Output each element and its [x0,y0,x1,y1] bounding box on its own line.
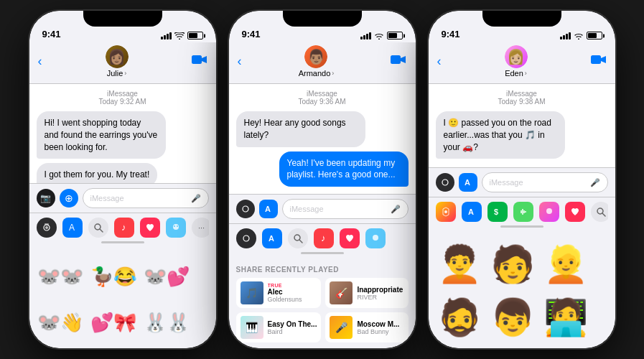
share-panel-1: SHARE RECENTLY PLAYED 🎵 true Alec Golden… [229,260,416,348]
svg-point-9 [174,225,175,227]
sticker-wave[interactable]: 🐭👋 [35,301,85,344]
music-item-2[interactable]: 🎸 Inappropriate RIVER [325,278,408,308]
camera-icon-3[interactable] [436,173,454,192]
status-time-2: 9:41 [242,29,261,39]
imessage-input-1[interactable]: iMessage 🎤 [83,188,209,208]
music-art-item-4: 🎤 [330,316,353,339]
camera-icon-2[interactable] [236,200,255,218]
app-icons-row-1: A ♪ ··· [37,218,209,238]
chat-header-2: ‹ 👨🏽 Armando › [229,42,416,84]
app-drawer-1: A ♪ ··· [29,213,216,249]
battery-icon-2 [387,32,403,39]
appstore-icon-1[interactable]: ⊕ [60,189,78,208]
camera-icon-1[interactable]: 📷 [37,189,55,208]
sticker-mickey-minnie[interactable]: 🐭🐭 [35,255,85,298]
memoji-1[interactable]: 🧑‍🦱 [434,239,485,289]
svg-point-21 [442,180,448,185]
svg-point-32 [546,208,552,214]
camera-app-2[interactable] [236,228,256,248]
music-info-item-3: Easy On The... Baird [268,320,317,335]
phone-3: 9:41 ‹ [429,11,615,348]
status-icons-3 [560,32,602,39]
svg-line-34 [602,213,605,216]
video-button-2[interactable] [391,54,406,69]
contact-info-3[interactable]: 👩🏼 Eden › [505,45,528,78]
input-area-3: A iMessage 🎤 [429,167,615,197]
music-art-item-1: 🎵 [241,281,263,304]
appstore-icon-3[interactable]: A [459,173,477,192]
svg-line-6 [100,229,103,232]
memoji-4[interactable]: 🧔 [434,292,485,342]
memoji-app-icon-1[interactable] [166,218,186,238]
message-bubble-5: I 🙂 passed you on the road earlier...was… [436,111,565,159]
memoji-app-3[interactable] [539,202,559,222]
input-area-2: A iMessage 🎤 [229,194,416,223]
video-button-3[interactable] [591,54,607,69]
music-app-2[interactable]: ♪ [314,228,334,248]
appstore-app-2[interactable]: A [262,228,282,248]
music-item-1[interactable]: 🎵 true Alec Goldensuns [236,278,322,308]
search-app-icon-1[interactable] [88,218,108,238]
music-item-3[interactable]: 🎹 Easy On The... Baird [236,312,322,342]
svg-text:A: A [269,234,274,243]
imessage-input-3[interactable]: iMessage 🎤 [482,172,608,192]
video-button-1[interactable] [192,54,207,69]
memoji-app-2[interactable] [365,228,386,248]
back-button-1[interactable]: ‹ [38,54,42,69]
appstore-app-3[interactable]: A [462,202,482,222]
memoji-5[interactable]: 👦 [487,292,538,342]
music-grid-1: 🎵 true Alec Goldensuns 🎸 Inappropriate R… [236,278,409,342]
imessage-input-2[interactable]: iMessage 🎤 [282,199,409,219]
camera-app-icon-1[interactable] [37,218,57,238]
wifi-icon-2 [374,32,384,39]
contact-info-1[interactable]: 👩🏽 Julie › [106,45,129,78]
phone-2: 9:41 ‹ [229,11,416,348]
svg-point-12 [243,206,248,212]
imessage-label-1: iMessage Today 9:32 AM [37,90,209,106]
cash-app-3[interactable]: $ [487,202,508,222]
back-button-2[interactable]: ‹ [238,54,242,69]
heart-app-2[interactable] [340,228,360,248]
messages-area-2: iMessage Today 9:36 AM Hey! Hear any goo… [229,84,416,194]
heart-app-icon-1[interactable] [140,218,160,238]
app-icons-row-2: A ♪ [236,228,409,248]
message-bubble-2: I got them for you. My treat! [37,163,158,183]
heart-app-3[interactable] [565,202,585,222]
photos-app-3[interactable] [436,202,456,222]
memoji-3[interactable]: 👱 [541,239,591,289]
svg-text:♪: ♪ [121,223,126,233]
battery-icon-1 [187,32,203,39]
sticker-donald[interactable]: 🦆😂 [88,255,139,298]
music-item-4[interactable]: 🎤 Moscow M... Bad Bunny [325,312,408,342]
sticker-bff2[interactable]: 🐰🐰 [141,301,192,344]
contact-info-2[interactable]: 👨🏽 Armando › [299,45,335,78]
imessage-label-2: iMessage Today 9:36 AM [236,90,409,106]
share-title-1: SHARE RECENTLY PLAYED [236,266,409,274]
svg-point-19 [373,235,378,241]
waveform-app-3[interactable] [513,202,533,222]
svg-line-17 [299,240,302,243]
memoji-2[interactable]: 🧑 [487,239,538,289]
appstore-app-icon-1[interactable]: A [62,218,83,238]
music-app-icon-1[interactable]: ♪ [114,218,134,238]
more-button-1[interactable]: ··· [192,218,209,238]
sticker-minnie-heart[interactable]: 🐭💕 [141,255,192,298]
search-app-3[interactable] [591,202,608,222]
sticker-bff-bow[interactable]: 💕🎀 [88,301,139,344]
memoji-6[interactable]: 🧑‍💻 [541,292,591,342]
scroll-indicator-1 [101,241,144,243]
appstore-icon-2[interactable]: A [259,200,278,218]
svg-point-23 [444,210,447,213]
notch-3 [482,11,561,27]
svg-text:♪: ♪ [321,233,326,243]
input-area-1: 📷 ⊕ iMessage 🎤 [29,183,216,213]
messages-area-1: iMessage Today 9:32 AM Hi! I went shoppi… [29,84,216,183]
svg-point-10 [177,225,178,227]
music-art-item-3: 🎹 [241,316,263,339]
svg-text:A: A [69,223,75,233]
app-drawer-2: A ♪ [229,223,416,260]
search-app-2[interactable] [288,228,308,248]
contact-name-3: Eden › [505,69,527,78]
status-icons-1 [161,32,203,39]
back-button-3[interactable]: ‹ [437,54,442,69]
